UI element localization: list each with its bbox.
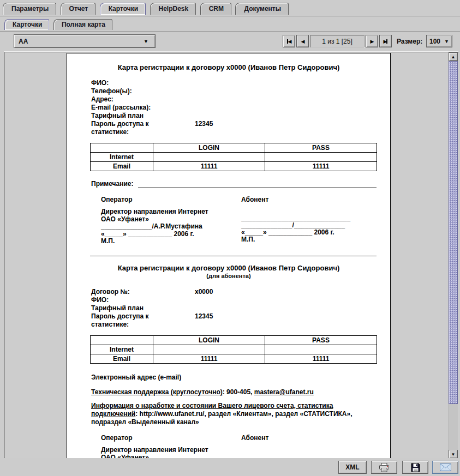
xml-button-label: XML: [345, 463, 359, 471]
subscriber-title: Абонент: [241, 196, 378, 204]
field-row: Пароль доступа к статистике:12345: [91, 312, 390, 329]
tab-parametry[interactable]: Параметры: [3, 3, 56, 15]
signature-line: ОАО «Уфанет»: [101, 216, 237, 224]
signature-line: «_____» ____________ 2006 г.: [241, 229, 378, 236]
scrollbar-track[interactable]: [449, 404, 458, 450]
subtab-kartochki[interactable]: Карточки: [4, 19, 49, 30]
size-label: Размер:: [397, 38, 422, 45]
note-fill-line: [138, 181, 377, 188]
field-label: Телефон(ы):: [91, 87, 185, 95]
template-combobox-value: AA: [19, 38, 28, 45]
table-header-cell: [91, 143, 153, 153]
xml-export-button[interactable]: XML: [338, 461, 367, 474]
field-row: E-mail (рассылка):: [91, 104, 390, 112]
login-pass-table-2: LOGIN PASS Internet Email 11111 11111: [90, 335, 377, 364]
chevron-down-icon: ▼: [144, 39, 151, 44]
scroll-down-button[interactable]: ▼: [449, 450, 458, 458]
next-page-button[interactable]: ▶: [366, 35, 378, 47]
signature-line: Директор направления Интернет: [101, 208, 237, 216]
table-cell: [265, 345, 377, 354]
previous-page-icon: ◀: [301, 39, 304, 44]
tab-crm[interactable]: CRM: [200, 3, 231, 15]
registration-card-subtitle: (для абонента): [67, 272, 390, 280]
first-page-button[interactable]: ◀: [283, 35, 295, 47]
subscriber-title: Абонент: [241, 434, 378, 442]
tab-otchet[interactable]: Отчет: [61, 3, 96, 15]
field-row: Пароль доступа к статистике:12345: [91, 120, 390, 136]
chevron-down-icon: ▼: [444, 39, 449, 44]
table-row: Email 11111 11111: [91, 354, 377, 364]
sub-tab-bar: Карточки Полная карта: [0, 19, 460, 32]
print-button[interactable]: [371, 461, 397, 474]
info-paragraph: Информация о наработке и состоянии Вашег…: [91, 402, 377, 426]
field-label: Пароль доступа к статистике:: [91, 120, 185, 136]
table-header-cell: [91, 336, 153, 345]
save-button[interactable]: [402, 461, 428, 474]
tab-kartochki[interactable]: Карточки: [100, 3, 146, 15]
subtab-polnaya-karta[interactable]: Полная карта: [53, 19, 112, 30]
section-divider: [90, 256, 377, 256]
template-combobox[interactable]: AA ▼: [14, 34, 156, 48]
note-label: Примечание:: [91, 180, 134, 188]
document-page: Карта регистрации к договору x0000 (Иван…: [67, 53, 391, 458]
field-label: Пароль доступа к статистике:: [91, 312, 185, 329]
size-combobox[interactable]: 100 ▼: [426, 35, 452, 47]
last-page-bar-icon: [386, 39, 387, 44]
table-cell: [265, 153, 377, 162]
field-row: Тарифный план: [91, 112, 390, 120]
login-pass-table-1: LOGIN PASS Internet Email 11111 11111: [90, 143, 377, 171]
field-label: Адрес:: [91, 95, 185, 104]
scroll-up-button[interactable]: ▲: [449, 52, 458, 61]
field-row: Договор №:x0000: [91, 288, 390, 296]
field-label: Тарифный план: [91, 112, 185, 120]
field-row: Телефон(ы):: [91, 87, 390, 95]
signature-line: М.П.: [101, 238, 237, 245]
support-phone: : 900-405,: [223, 388, 254, 396]
table-cell: Email: [91, 162, 153, 171]
signature-block-2: Оператор Директор направления Интернет О…: [67, 434, 390, 458]
table-row: Internet: [91, 153, 377, 162]
tab-helpdesk[interactable]: HelpDesk: [150, 3, 196, 15]
table-cell: Email: [91, 354, 153, 364]
support-email-link: mastera@ufanet.ru: [254, 388, 314, 396]
save-icon: [411, 463, 420, 472]
arrow-down-icon: ▼: [451, 452, 456, 457]
table-cell: Internet: [91, 153, 153, 162]
signature-line: ОАО «Уфанет»: [101, 454, 237, 459]
previous-page-button[interactable]: ◀: [296, 35, 309, 47]
arrow-up-icon: ▲: [451, 55, 456, 59]
fields-section-1: ФИО: Телефон(ы): Адрес: E-mail (рассылка…: [91, 79, 390, 136]
vertical-scrollbar[interactable]: ▲ ▼: [449, 52, 458, 458]
document-preview-panel: Карта регистрации к договору x0000 (Иван…: [4, 52, 459, 458]
table-cell: [153, 153, 265, 162]
mail-icon: [440, 463, 451, 471]
field-label: Тарифный план: [91, 304, 185, 312]
operator-signature: Оператор Директор направления Интернет О…: [101, 434, 237, 458]
signature-line: ______________/А.Р.Мустафина: [101, 223, 237, 231]
field-value: 12345: [195, 312, 213, 321]
table-header-row: LOGIN PASS: [91, 336, 377, 345]
field-row: ФИО:: [91, 296, 390, 304]
last-page-button[interactable]: ▶: [379, 35, 392, 47]
size-combobox-value: 100: [429, 38, 440, 45]
application-window: { "main_tabs": [ {"label": "Параметры", …: [0, 0, 460, 476]
table-header-cell: PASS: [265, 143, 377, 153]
page-counter-text: 1 из 1 [25]: [322, 38, 353, 45]
email-button[interactable]: [432, 461, 458, 474]
table-cell: 11111: [265, 162, 377, 171]
tab-dokumenty[interactable]: Документы: [235, 3, 288, 15]
table-cell: 11111: [153, 354, 265, 364]
scrollbar-thumb[interactable]: [449, 61, 458, 404]
subscriber-signature: Абонент ______________________________ _…: [241, 434, 378, 458]
note-row: Примечание:: [91, 180, 377, 188]
operator-title: Оператор: [101, 434, 237, 442]
field-label: ФИО:: [91, 79, 185, 87]
table-cell: 11111: [153, 162, 265, 171]
signature-line: М.П.: [241, 236, 378, 243]
table-row: Internet: [91, 345, 377, 354]
field-row: ФИО:: [91, 79, 390, 87]
field-label: Договор №:: [91, 288, 185, 296]
table-cell: 11111: [265, 354, 377, 364]
signature-line: Директор направления Интернет: [101, 447, 237, 454]
table-cell: Internet: [91, 345, 153, 354]
